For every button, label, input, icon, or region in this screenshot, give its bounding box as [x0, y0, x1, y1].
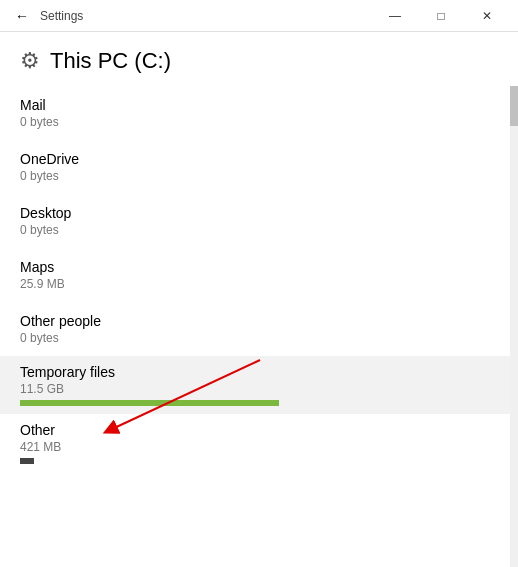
item-size-other: 421 MB [20, 440, 490, 454]
storage-item-mail: Mail0 bytes [0, 86, 510, 140]
storage-item-temporary-files[interactable]: Temporary files11.5 GB [0, 356, 510, 414]
item-bar-container-temporary-files [20, 400, 490, 406]
storage-item-other: Other421 MB [0, 414, 510, 472]
item-size-other-people: 0 bytes [20, 331, 490, 345]
minimize-button[interactable]: — [372, 0, 418, 32]
back-button[interactable]: ← [8, 2, 36, 30]
item-name-maps: Maps [20, 259, 490, 275]
restore-button[interactable]: □ [418, 0, 464, 32]
item-name-onedrive: OneDrive [20, 151, 490, 167]
item-bar-container-other [20, 458, 490, 464]
scrollbar-track[interactable] [510, 86, 518, 567]
storage-item-desktop: Desktop0 bytes [0, 194, 510, 248]
item-name-temporary-files: Temporary files [20, 364, 490, 380]
item-name-desktop: Desktop [20, 205, 490, 221]
item-size-onedrive: 0 bytes [20, 169, 490, 183]
item-bar-other [20, 458, 34, 464]
settings-icon: ⚙ [20, 48, 40, 74]
page-header: ⚙ This PC (C:) [0, 32, 518, 86]
storage-list: Mail0 bytesOneDrive0 bytesDesktop0 bytes… [0, 86, 510, 567]
item-size-temporary-files: 11.5 GB [20, 382, 490, 396]
window-controls: — □ ✕ [372, 0, 510, 32]
item-bar-temporary-files [20, 400, 279, 406]
storage-item-maps: Maps25.9 MB [0, 248, 510, 302]
back-icon: ← [15, 8, 29, 24]
storage-item-other-people: Other people0 bytes [0, 302, 510, 356]
item-name-other-people: Other people [20, 313, 490, 329]
item-size-mail: 0 bytes [20, 115, 490, 129]
close-button[interactable]: ✕ [464, 0, 510, 32]
item-size-desktop: 0 bytes [20, 223, 490, 237]
item-size-maps: 25.9 MB [20, 277, 490, 291]
title-bar: ← Settings — □ ✕ [0, 0, 518, 32]
storage-item-onedrive: OneDrive0 bytes [0, 140, 510, 194]
item-name-other: Other [20, 422, 490, 438]
item-name-mail: Mail [20, 97, 490, 113]
main-content: Mail0 bytesOneDrive0 bytesDesktop0 bytes… [0, 86, 518, 567]
scrollbar-thumb[interactable] [510, 86, 518, 126]
page-title: This PC (C:) [50, 48, 171, 74]
title-bar-title: Settings [40, 9, 372, 23]
